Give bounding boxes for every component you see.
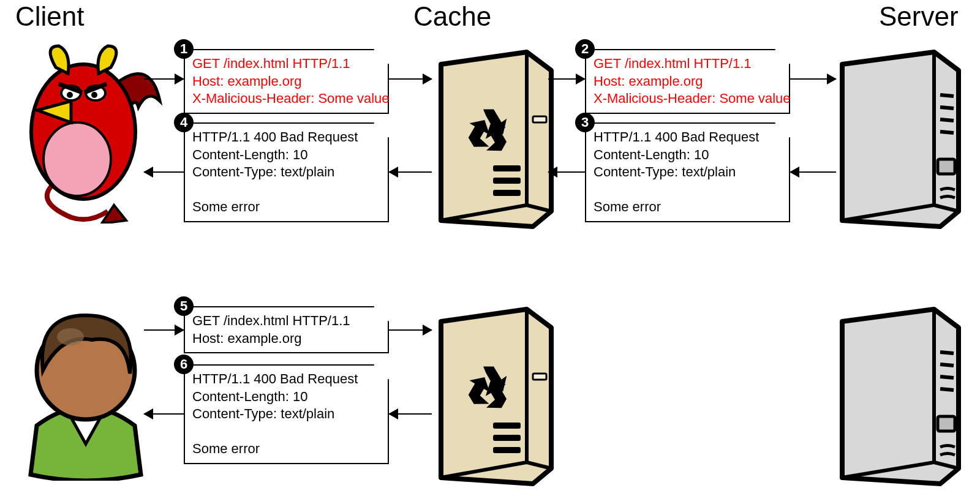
- msg3-line3: [594, 181, 782, 199]
- arrow-box4-to-client: [144, 171, 184, 173]
- origin-server-icon: [818, 40, 971, 230]
- malicious-client-icon: [4, 40, 163, 224]
- msg4-line2: Content-Type: text/plain: [192, 163, 380, 181]
- msg1-line1: Host: example.org: [192, 73, 380, 91]
- message-box-3: 3 HTTP/1.1 400 Bad Request Content-Lengt…: [585, 122, 790, 222]
- msg6-line4: Some error: [192, 440, 380, 458]
- msg6-line0: HTTP/1.1 400 Bad Request: [192, 370, 380, 388]
- svg-rect-7: [493, 165, 521, 171]
- msg5-line1: Host: example.org: [192, 330, 380, 348]
- msg2-line0: GET /index.html HTTP/1.1: [594, 55, 782, 73]
- msg4-line4: Some error: [192, 198, 380, 216]
- cache-server-icon: [417, 40, 564, 230]
- msg3-line0: HTTP/1.1 400 Bad Request: [594, 129, 782, 146]
- svg-rect-15: [493, 435, 521, 441]
- message-box-5: 5 GET /index.html HTTP/1.1 Host: example…: [184, 306, 389, 353]
- arrow-box1-to-cache: [389, 78, 432, 80]
- svg-rect-8: [493, 178, 521, 184]
- step-badge-1: 1: [174, 39, 194, 59]
- msg1-line2: X-Malicious-Header: Some value: [192, 90, 380, 108]
- step-badge-3: 3: [575, 113, 595, 132]
- msg2-line2: X-Malicious-Header: Some value: [594, 90, 782, 108]
- column-header-client: Client: [15, 1, 85, 32]
- msg2-line1: Host: example.org: [594, 73, 782, 91]
- arrow-box6-to-client: [144, 413, 184, 415]
- message-box-2: 2 GET /index.html HTTP/1.1 Host: example…: [585, 49, 790, 114]
- arrow-cache-to-box2: [548, 78, 585, 80]
- arrow-client-to-box1: [144, 78, 184, 80]
- msg6-line1: Content-Length: 10: [192, 388, 380, 406]
- msg3-line4: Some error: [594, 198, 782, 216]
- svg-rect-9: [493, 190, 521, 196]
- msg1-line0: GET /index.html HTTP/1.1: [192, 55, 380, 73]
- message-box-4: 4 HTTP/1.1 400 Bad Request Content-Lengt…: [184, 122, 389, 222]
- column-header-cache: Cache: [413, 1, 491, 32]
- msg4-line3: [192, 181, 380, 199]
- svg-rect-17: [533, 374, 546, 380]
- benign-client-icon: [18, 297, 153, 481]
- msg3-line2: Content-Type: text/plain: [594, 163, 782, 181]
- svg-point-5: [67, 92, 73, 98]
- cache-server-icon-2: [417, 297, 564, 487]
- msg6-line2: Content-Type: text/plain: [192, 405, 380, 423]
- arrow-client-to-box5: [144, 329, 184, 331]
- svg-point-2: [43, 122, 111, 196]
- message-box-1: 1 GET /index.html HTTP/1.1 Host: example…: [184, 49, 389, 114]
- svg-rect-14: [493, 423, 521, 429]
- svg-rect-18: [938, 416, 955, 431]
- step-badge-6: 6: [174, 355, 194, 374]
- arrow-server-to-box3: [790, 171, 836, 173]
- svg-point-13: [57, 328, 84, 345]
- msg5-line0: GET /index.html HTTP/1.1: [192, 312, 380, 330]
- origin-server-icon-2: [818, 297, 971, 487]
- svg-point-6: [91, 92, 97, 98]
- msg4-line1: Content-Length: 10: [192, 146, 380, 164]
- svg-rect-10: [533, 116, 546, 122]
- arrow-cache-to-box6: [389, 413, 432, 415]
- arrow-box2-to-server: [790, 78, 836, 80]
- svg-rect-16: [493, 447, 521, 453]
- step-badge-4: 4: [174, 113, 194, 132]
- svg-rect-11: [938, 159, 955, 174]
- message-box-6: 6 HTTP/1.1 400 Bad Request Content-Lengt…: [184, 364, 389, 464]
- arrow-cache-to-box4: [389, 171, 432, 173]
- msg4-line0: HTTP/1.1 400 Bad Request: [192, 129, 380, 146]
- msg6-line3: [192, 423, 380, 441]
- arrow-box5-to-cache: [389, 329, 432, 331]
- step-badge-2: 2: [575, 39, 595, 59]
- column-header-server: Server: [879, 1, 959, 32]
- step-badge-5: 5: [174, 296, 194, 316]
- arrow-box3-to-cache: [548, 171, 585, 173]
- msg3-line1: Content-Length: 10: [594, 146, 782, 164]
